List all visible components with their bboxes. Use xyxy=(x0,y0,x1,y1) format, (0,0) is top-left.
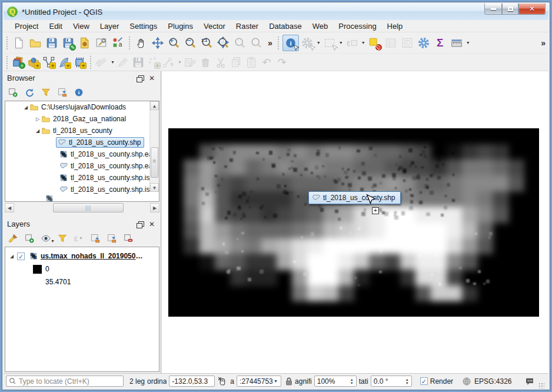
crs-globe-icon[interactable] xyxy=(461,376,472,387)
themes-dropdown-icon[interactable]: ▾ xyxy=(50,238,55,244)
menu-settings[interactable]: Settings xyxy=(124,21,162,32)
open-project-button[interactable] xyxy=(27,35,44,51)
collapse-all-button[interactable] xyxy=(105,232,119,245)
menu-web[interactable]: Web xyxy=(307,21,334,32)
toggle-editing-button[interactable] xyxy=(115,55,131,69)
browser-refresh-button[interactable] xyxy=(22,86,36,99)
toolbar-overflow-icon[interactable]: » xyxy=(265,38,275,48)
expanded-arrow-icon[interactable]: ◢ xyxy=(35,128,41,134)
browser-close-button[interactable]: ✕ xyxy=(147,74,157,83)
menu-help[interactable]: Help xyxy=(382,21,408,32)
deselect-all-button[interactable]: ⃠ xyxy=(366,35,383,51)
expanded-arrow-icon[interactable]: ◢ xyxy=(9,254,15,259)
vertex-tool-dropdown-icon[interactable]: ▾ xyxy=(177,59,182,65)
lock-scale-icon[interactable] xyxy=(284,376,292,387)
tree-item-downloads[interactable]: ◢ C:\Users\ujaval\Downloads xyxy=(5,101,159,113)
filter-legend-button[interactable] xyxy=(55,232,69,245)
browser-float-button[interactable] xyxy=(134,74,145,83)
zoom-next-button[interactable] xyxy=(248,35,265,51)
browser-filter-button[interactable] xyxy=(39,86,53,99)
spinner-buttons[interactable]: ▲▼ xyxy=(348,378,354,385)
redo-button[interactable]: ↷ xyxy=(274,55,290,69)
remove-layer-button[interactable] xyxy=(121,232,135,245)
delete-selected-button[interactable] xyxy=(198,55,213,69)
new-spatialite-button[interactable]: ✳ xyxy=(56,55,72,69)
pan-map-button[interactable] xyxy=(133,35,149,51)
browser-collapse-all-button[interactable] xyxy=(55,86,69,99)
modify-attributes-button[interactable] xyxy=(182,55,198,69)
add-group-button[interactable] xyxy=(22,232,36,245)
measure-line-button[interactable] xyxy=(448,35,465,51)
scrollbar-thumb[interactable] xyxy=(151,147,158,178)
new-virtual-layer-button[interactable]: ✳ xyxy=(72,55,87,69)
current-edits-dropdown-icon[interactable]: ▾ xyxy=(110,59,115,65)
tree-item-shp-isc-raster[interactable]: tl_2018_us_county.shp.isc xyxy=(5,172,159,184)
select-features-button[interactable] xyxy=(321,35,338,51)
scroll-up-icon[interactable]: ▲ xyxy=(150,101,159,110)
scroll-down-icon[interactable]: ▼ xyxy=(150,183,159,192)
vertex-tool-button[interactable] xyxy=(161,55,177,69)
toolbar-grip[interactable] xyxy=(5,36,8,49)
collapsed-arrow-icon[interactable]: ▷ xyxy=(35,117,41,122)
style-manager-button[interactable] xyxy=(109,35,126,51)
menu-vector[interactable]: Vector xyxy=(198,21,231,32)
zoom-full-button[interactable] xyxy=(215,35,232,51)
run-feature-action-button[interactable] xyxy=(299,35,315,51)
tree-item-shp-ea-vector[interactable]: tl_2018_us_county.shp.ea xyxy=(5,160,159,172)
statistical-summary-button[interactable]: Σ xyxy=(432,35,448,51)
layer-visibility-checkbox[interactable]: ✓ xyxy=(17,253,25,260)
expression-dropdown-icon[interactable]: ▾ xyxy=(78,235,84,241)
zoom-last-button[interactable] xyxy=(232,35,248,51)
menu-raster[interactable]: Raster xyxy=(231,21,264,32)
data-source-manager-button[interactable]: + xyxy=(11,55,26,69)
map-canvas[interactable]: tl_2018_us_county.shp + xyxy=(162,71,548,373)
new-project-button[interactable] xyxy=(11,35,27,51)
extent-mouse-icon[interactable] xyxy=(217,376,228,387)
zoom-out-button[interactable]: − xyxy=(182,35,199,51)
browser-properties-button[interactable] xyxy=(72,86,86,99)
new-print-layout-button[interactable] xyxy=(77,35,93,51)
tree-item-county-folder[interactable]: ◢ tl_2018_us_county xyxy=(5,125,159,137)
coordinate-input[interactable]: -132.0,53.3 xyxy=(169,376,215,387)
layers-float-button[interactable] xyxy=(134,220,145,229)
copy-features-button[interactable] xyxy=(228,55,244,69)
save-project-as-button[interactable]: ✎ xyxy=(60,35,77,51)
scroll-left-icon[interactable]: ◀ xyxy=(5,203,14,212)
close-button[interactable]: ✕ xyxy=(518,4,546,15)
spinner-buttons[interactable]: ▲▼ xyxy=(403,378,409,385)
menu-plugins[interactable]: Plugins xyxy=(162,21,198,32)
current-edits-button[interactable] xyxy=(94,55,109,69)
save-project-button[interactable] xyxy=(44,35,60,51)
feature-action-dropdown-icon[interactable]: ▾ xyxy=(316,40,321,45)
zoom-in-button[interactable]: + xyxy=(166,35,182,51)
tree-item-partial[interactable] xyxy=(5,195,159,201)
undo-button[interactable]: ↶ xyxy=(259,55,274,69)
identify-features-button[interactable] xyxy=(282,35,299,51)
resize-grip[interactable] xyxy=(538,383,544,388)
rotation-spinbox[interactable]: 0.0 ° ▲▼ xyxy=(371,376,412,387)
tree-item-shp-isc-vector[interactable]: tl_2018_us_county.shp.isc xyxy=(5,184,159,195)
paste-features-button[interactable] xyxy=(244,55,259,69)
messages-bubble-icon[interactable] xyxy=(524,376,535,387)
browser-add-selected-layers-button[interactable] xyxy=(6,86,20,99)
toolbar-overflow-icon[interactable]: » xyxy=(538,38,548,48)
toolbar-grip[interactable] xyxy=(89,56,92,69)
tree-item-shp-ea-raster[interactable]: tl_2018_us_county.shp.ea xyxy=(5,148,159,160)
browser-horizontal-scrollbar[interactable]: ◀ ||| ▶ xyxy=(5,203,159,212)
manage-map-themes-button[interactable]: ▾ xyxy=(39,232,53,245)
scrollbar-thumb[interactable]: ||| xyxy=(53,203,124,212)
menu-processing[interactable]: Processing xyxy=(333,21,381,32)
zoom-native-button[interactable]: 1:1 xyxy=(199,35,215,51)
field-calculator-button[interactable] xyxy=(399,35,415,51)
new-geopackage-button[interactable]: ✳ xyxy=(26,55,41,69)
measure-dropdown-icon[interactable]: ▾ xyxy=(465,40,471,45)
browser-vertical-scrollbar[interactable]: ▲ ▼ xyxy=(149,101,159,192)
layer-item-tmax[interactable]: ◢ ✓ us.tmax_nohads_ll_20190501_fl... xyxy=(5,250,159,263)
menu-edit[interactable]: Edit xyxy=(44,21,67,32)
menu-view[interactable]: View xyxy=(68,21,95,32)
filter-by-expression-button[interactable]: ε▾ xyxy=(72,232,86,245)
processing-toolbox-button[interactable] xyxy=(415,35,432,51)
select-expression-dropdown-icon[interactable]: ▾ xyxy=(361,40,366,45)
scroll-right-icon[interactable]: ▶ xyxy=(150,203,159,212)
toolbar-grip[interactable] xyxy=(277,36,280,49)
